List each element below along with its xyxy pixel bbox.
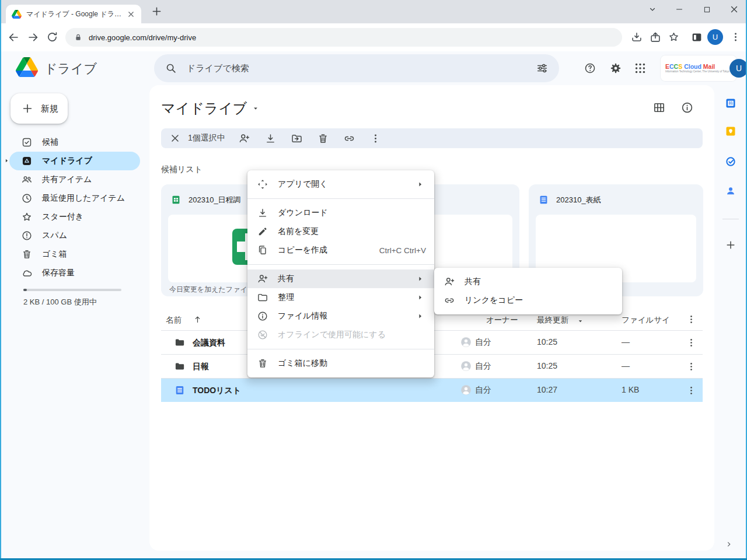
- menu-item-file-info[interactable]: ファイル情報: [247, 307, 434, 326]
- submenu-item-share[interactable]: 共有: [434, 272, 622, 291]
- browser-tab[interactable]: マイドライブ - Google ドライブ: [6, 5, 141, 23]
- column-owner[interactable]: オーナー: [486, 315, 518, 326]
- sidebar-item-starred[interactable]: スター付き: [9, 208, 140, 226]
- column-modified[interactable]: 最終更新: [537, 315, 568, 326]
- docs-file-icon: [174, 384, 186, 396]
- sidebar-item-label: 最近使用したアイテム: [42, 193, 125, 204]
- menu-item-make-copy[interactable]: コピーを作成 Ctrl+C Ctrl+V: [247, 241, 434, 260]
- settings-gear-button[interactable]: [609, 62, 622, 75]
- details-info-button[interactable]: [680, 101, 694, 114]
- back-button[interactable]: [7, 31, 20, 44]
- menu-item-organize[interactable]: 整理: [247, 288, 434, 307]
- row-options-icon[interactable]: [686, 361, 697, 372]
- column-options-icon[interactable]: [686, 314, 697, 325]
- download-page-button[interactable]: [630, 31, 643, 44]
- menu-item-open-with[interactable]: アプリで開く: [247, 175, 434, 194]
- row-options-icon[interactable]: [686, 337, 697, 348]
- browser-profile-avatar[interactable]: U: [707, 29, 723, 45]
- reload-button[interactable]: [46, 31, 58, 43]
- sidebar-item-label: マイドライブ: [42, 156, 92, 166]
- sidebar-item-label: スパム: [42, 230, 67, 241]
- menu-item-rename[interactable]: 名前を変更: [247, 222, 434, 241]
- share-submenu: 共有 リンクをコピー: [434, 268, 622, 314]
- clear-selection-icon[interactable]: [169, 132, 181, 144]
- window-minimize-button[interactable]: [670, 2, 689, 16]
- window-close-button[interactable]: [725, 2, 743, 16]
- browser-toolbar: drive.google.com/drive/my-drive U: [0, 23, 747, 51]
- show-side-panel-icon[interactable]: [725, 540, 733, 548]
- row-options-icon[interactable]: [686, 385, 697, 396]
- sidebar-item-recent[interactable]: 最近使用したアイテム: [9, 189, 140, 208]
- sidebar-item-label: 共有アイテム: [42, 174, 92, 185]
- share-person-add-icon[interactable]: [238, 132, 250, 145]
- download-icon[interactable]: [264, 132, 277, 145]
- drive-favicon-icon: [12, 9, 22, 19]
- browser-window: マイドライブ - Google ドライブ drive.google.com/dr…: [0, 0, 747, 560]
- tab-search-chevron-icon[interactable]: [643, 2, 662, 16]
- file-row-selected[interactable]: TODOリスト 自分 10:27 1 KB: [161, 379, 703, 402]
- share-page-button[interactable]: [649, 31, 662, 44]
- move-folder-icon[interactable]: [291, 132, 303, 145]
- sidebar-item-spam[interactable]: スパム: [9, 226, 140, 245]
- search-bar[interactable]: ドライブで検索: [154, 54, 559, 82]
- column-name[interactable]: 名前: [166, 315, 181, 326]
- file-size: 1 KB: [622, 385, 639, 394]
- browser-menu-button[interactable]: [729, 31, 742, 43]
- bookmark-star-icon[interactable]: [668, 31, 680, 43]
- file-name: TODOリスト: [193, 386, 241, 396]
- sidebar-item-shared[interactable]: 共有アイテム: [9, 170, 140, 189]
- get-add-ons-icon[interactable]: [725, 239, 736, 251]
- menu-item-move-to-trash[interactable]: ゴミ箱に移動: [247, 354, 434, 373]
- file-owner: 自分: [475, 385, 491, 396]
- search-options-icon[interactable]: [536, 62, 549, 75]
- address-bar[interactable]: drive.google.com/drive/my-drive: [65, 28, 622, 47]
- sort-desc-icon[interactable]: [577, 317, 584, 325]
- page-title[interactable]: マイドライブ: [161, 99, 260, 118]
- sort-asc-icon[interactable]: [193, 314, 203, 324]
- tab-close-icon[interactable]: [127, 10, 135, 19]
- tab-strip: マイドライブ - Google ドライブ: [0, 0, 747, 23]
- sidebar-item-storage[interactable]: 保存容量: [9, 264, 140, 282]
- my-drive-expander-icon[interactable]: [3, 157, 11, 164]
- google-apps-button[interactable]: [634, 62, 647, 75]
- drive-logo-icon: [16, 57, 38, 77]
- menu-item-label: リンクをコピー: [465, 295, 614, 306]
- new-tab-button[interactable]: [151, 5, 163, 18]
- contacts-icon[interactable]: [725, 185, 736, 197]
- trash-icon[interactable]: [317, 132, 329, 145]
- more-vert-icon[interactable]: [369, 132, 382, 145]
- title-caret-down-icon: [252, 104, 260, 113]
- owner-avatar: [460, 336, 472, 348]
- forward-button[interactable]: [27, 31, 40, 44]
- window-maximize-button[interactable]: [697, 2, 716, 16]
- sidebar-item-label: スター付き: [42, 212, 83, 222]
- owner-avatar: [460, 384, 472, 396]
- selection-toolbar: 1個選択中: [161, 128, 703, 148]
- side-panel-button[interactable]: [690, 31, 703, 44]
- tasks-icon[interactable]: [725, 156, 736, 167]
- submenu-item-copy-link[interactable]: リンクをコピー: [434, 291, 622, 310]
- grid-view-toggle[interactable]: [652, 101, 666, 114]
- file-name: 会議資料: [193, 338, 225, 348]
- menu-item-label: ファイル情報: [278, 311, 405, 321]
- storage-progress-bar: [23, 289, 121, 291]
- column-size[interactable]: ファイルサイ: [622, 315, 670, 326]
- menu-item-download[interactable]: ダウンロード: [247, 204, 434, 222]
- calendar-icon[interactable]: [725, 97, 736, 109]
- menu-item-label: 名前を変更: [278, 226, 426, 237]
- sidebar-item-label: 保存容量: [42, 268, 75, 278]
- sidebar-item-suggested[interactable]: 候補: [9, 133, 140, 152]
- sidebar-item-label: 候補: [42, 137, 58, 148]
- help-button[interactable]: [584, 62, 596, 75]
- new-button[interactable]: 新規: [11, 93, 68, 124]
- sidebar-item-trash[interactable]: ゴミ箱: [9, 245, 140, 264]
- storage-usage-text: 2 KB / 100 GB 使用中: [23, 297, 97, 307]
- card-file-name: 202310_表紙: [556, 195, 601, 205]
- keep-icon[interactable]: [725, 125, 736, 137]
- page-title-text: マイドライブ: [161, 99, 247, 118]
- folder-icon: [174, 360, 186, 372]
- link-icon[interactable]: [343, 132, 355, 145]
- trash-icon: [21, 249, 33, 260]
- menu-item-share[interactable]: 共有: [247, 270, 434, 288]
- sidebar-item-my-drive[interactable]: マイドライブ: [9, 152, 140, 170]
